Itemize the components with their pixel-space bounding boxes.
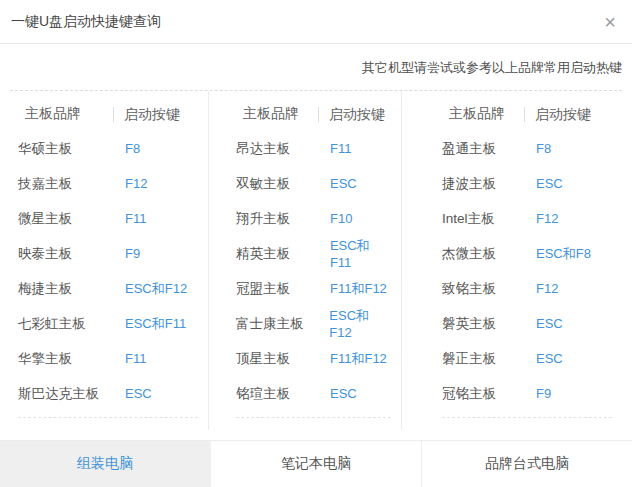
boot-key: F9 [536, 386, 551, 401]
tab-laptop[interactable]: 笔记本电脑 [210, 441, 421, 487]
table-row: 杰微主板 ESC和F8 [442, 236, 612, 271]
hotkey-column: 主板品牌 启动按键 盈通主板 F8 捷波主板 ESC Intel主板 F12 杰… [402, 91, 622, 430]
hint-text: 其它机型请尝试或参考以上品牌常用启动热键 [362, 60, 622, 75]
rows-container: 盈通主板 F8 捷波主板 ESC Intel主板 F12 杰微主板 ESC和F8… [442, 131, 612, 411]
brand-column-header: 主板品牌 [236, 105, 318, 123]
hotkey-column: 主板品牌 启动按键 昂达主板 F11 双敏主板 ESC 翔升主板 F10 精英主… [209, 91, 402, 430]
table-row: 致铭主板 F12 [442, 271, 612, 306]
boot-key: F12 [125, 176, 147, 191]
brand-name: 磐英主板 [442, 315, 536, 333]
hotkey-column-inner: 主板品牌 启动按键 昂达主板 F11 双敏主板 ESC 翔升主板 F10 精英主… [236, 97, 391, 418]
table-row: 微星主板 F11 [18, 201, 198, 236]
boot-key: ESC和F12 [329, 307, 391, 340]
brand-name: 冠铭主板 [442, 385, 536, 403]
brand-column-header: 主板品牌 [442, 105, 524, 123]
boot-key: F8 [125, 141, 140, 156]
brand-name: 致铭主板 [442, 280, 536, 298]
brand-name: 微星主板 [18, 210, 125, 228]
brand-name: 昂达主板 [236, 140, 330, 158]
brand-name: 翔升主板 [236, 210, 330, 228]
table-row: 华硕主板 F8 [18, 131, 198, 166]
brand-name: 华擎主板 [18, 350, 125, 368]
boot-key: F11和F12 [330, 280, 387, 298]
brand-name: 斯巴达克主板 [18, 385, 125, 403]
brand-name: 铭瑄主板 [236, 385, 330, 403]
table-row: 技嘉主板 F12 [18, 166, 198, 201]
table-row: 磐正主板 ESC [442, 341, 612, 376]
table-row: 斯巴达克主板 ESC [18, 376, 198, 411]
table-row: 华擎主板 F11 [18, 341, 198, 376]
table-row: 梅捷主板 ESC和F12 [18, 271, 198, 306]
boot-key: ESC和F11 [330, 237, 391, 270]
table-row: Intel主板 F12 [442, 201, 612, 236]
boot-key: ESC和F12 [125, 280, 187, 298]
brand-name: 精英主板 [236, 245, 330, 263]
brand-name: 华硕主板 [18, 140, 125, 158]
brand-name: 映泰主板 [18, 245, 125, 263]
hint-row: 其它机型请尝试或参考以上品牌常用启动热键 [10, 60, 622, 75]
brand-name: 梅捷主板 [18, 280, 125, 298]
tab-assembled-pc[interactable]: 组装电脑 [0, 441, 210, 487]
column-header-row: 主板品牌 启动按键 [236, 97, 391, 131]
hotkey-column: 主板品牌 启动按键 华硕主板 F8 技嘉主板 F12 微星主板 F11 映泰主板… [10, 91, 209, 430]
table-row: 翔升主板 F10 [236, 201, 391, 236]
boot-key: F11 [330, 141, 351, 156]
boot-key: F11和F12 [330, 350, 387, 368]
boot-key: ESC [536, 316, 563, 331]
tab-label: 品牌台式电脑 [485, 455, 569, 473]
title-bar: 一键U盘启动快捷键查询 × [0, 0, 632, 44]
column-header-row: 主板品牌 启动按键 [442, 97, 612, 131]
table-row: 铭瑄主板 ESC [236, 376, 391, 411]
brand-name: 技嘉主板 [18, 175, 125, 193]
brand-name: 冠盟主板 [236, 280, 330, 298]
hotkey-column-inner: 主板品牌 启动按键 华硕主板 F8 技嘉主板 F12 微星主板 F11 映泰主板… [18, 97, 198, 418]
table-row: 捷波主板 ESC [442, 166, 612, 201]
close-icon[interactable]: × [600, 12, 620, 32]
boot-key: ESC [330, 176, 357, 191]
hotkey-column-inner: 主板品牌 启动按键 盈通主板 F8 捷波主板 ESC Intel主板 F12 杰… [442, 97, 612, 418]
brand-name: 杰微主板 [442, 245, 536, 263]
boot-key: ESC [330, 386, 357, 401]
key-column-header: 启动按键 [318, 107, 385, 122]
boot-key: F11 [125, 351, 146, 366]
brand-name: 磐正主板 [442, 350, 536, 368]
boot-key: F12 [536, 281, 558, 296]
tab-label: 组装电脑 [77, 455, 133, 473]
boot-key: F8 [536, 141, 551, 156]
table-row: 富士康主板 ESC和F12 [236, 306, 391, 341]
table-row: 顶星主板 F11和F12 [236, 341, 391, 376]
brand-name: Intel主板 [442, 210, 536, 228]
table-row: 映泰主板 F9 [18, 236, 198, 271]
tab-label: 笔记本电脑 [281, 455, 351, 473]
brand-name: 双敏主板 [236, 175, 330, 193]
key-column-header: 启动按键 [524, 107, 591, 122]
table-row: 盈通主板 F8 [442, 131, 612, 166]
column-header-row: 主板品牌 启动按键 [18, 97, 198, 131]
hotkey-table: 主板品牌 启动按键 华硕主板 F8 技嘉主板 F12 微星主板 F11 映泰主板… [10, 90, 622, 430]
key-column-header: 启动按键 [113, 107, 180, 122]
table-row: 磐英主板 ESC [442, 306, 612, 341]
boot-key: ESC [536, 351, 563, 366]
boot-key: ESC和F8 [536, 245, 591, 263]
boot-key: ESC [536, 176, 563, 191]
table-row: 双敏主板 ESC [236, 166, 391, 201]
tab-brand-desktop[interactable]: 品牌台式电脑 [421, 441, 632, 487]
boot-key: F9 [125, 246, 140, 261]
brand-name: 盈通主板 [442, 140, 536, 158]
boot-hotkey-dialog: 一键U盘启动快捷键查询 × 其它机型请尝试或参考以上品牌常用启动热键 主板品牌 … [0, 0, 632, 487]
table-row: 冠铭主板 F9 [442, 376, 612, 411]
boot-key: F11 [125, 211, 146, 226]
rows-container: 昂达主板 F11 双敏主板 ESC 翔升主板 F10 精英主板 ESC和F11 … [236, 131, 391, 411]
dialog-title: 一键U盘启动快捷键查询 [11, 13, 600, 31]
boot-key: F12 [536, 211, 558, 226]
brand-name: 捷波主板 [442, 175, 536, 193]
boot-key: ESC和F11 [125, 315, 186, 333]
table-row: 精英主板 ESC和F11 [236, 236, 391, 271]
table-row: 七彩虹主板 ESC和F11 [18, 306, 198, 341]
brand-name: 顶星主板 [236, 350, 330, 368]
brand-name: 富士康主板 [236, 315, 329, 333]
boot-key: F10 [330, 211, 352, 226]
brand-column-header: 主板品牌 [18, 105, 113, 123]
boot-key: ESC [125, 386, 152, 401]
tab-bar: 组装电脑 笔记本电脑 品牌台式电脑 [0, 440, 632, 487]
